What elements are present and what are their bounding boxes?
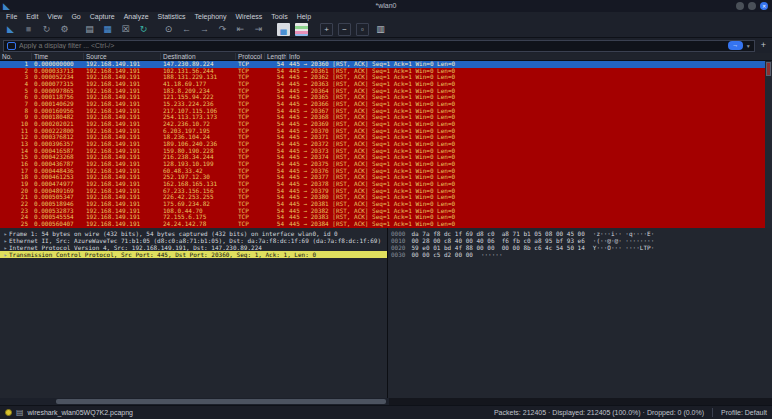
cell-protocol: TCP bbox=[236, 74, 265, 81]
find-packet-icon[interactable]: ⊙ bbox=[162, 23, 175, 36]
menu-file[interactable]: File bbox=[6, 12, 17, 21]
go-back-icon[interactable]: ← bbox=[180, 23, 193, 36]
cell-protocol: TCP bbox=[236, 188, 265, 195]
packet-row[interactable]: 210.000505347192.168.149.191226.42.253.2… bbox=[0, 194, 765, 201]
packet-row[interactable]: 70.000140629192.168.149.19115.233.224.23… bbox=[0, 101, 765, 108]
cell-destination: 162.168.165.131 bbox=[161, 181, 236, 188]
colorize-icon[interactable] bbox=[295, 23, 308, 36]
zoom-100-icon[interactable]: ▫ bbox=[356, 23, 369, 36]
packet-row[interactable]: 10.000000000192.168.149.191147.230.89.22… bbox=[0, 61, 765, 68]
stop-capture-icon[interactable]: ■ bbox=[22, 23, 35, 36]
cell-length: 54 bbox=[265, 174, 287, 181]
scrollbar-thumb[interactable] bbox=[766, 62, 771, 76]
minimize-button[interactable] bbox=[736, 2, 744, 10]
capture-comment-icon[interactable]: ▤ bbox=[16, 406, 24, 419]
start-capture-icon[interactable]: ◣ bbox=[4, 23, 17, 36]
hex-row[interactable]: 003000 00 c5 d2 00 00······ bbox=[388, 251, 772, 258]
hex-row[interactable]: 0000da 7a f8 dc 1f 69 d8 c0 a8 71 b1 05 … bbox=[388, 230, 772, 237]
add-filter-button[interactable] bbox=[758, 39, 769, 52]
hex-row[interactable]: 001000 28 00 c8 40 00 40 06 f6 fb c0 a8 … bbox=[388, 237, 772, 244]
detail-line[interactable]: Transmission Control Protocol, Src Port:… bbox=[0, 251, 387, 258]
restart-capture-icon[interactable]: ↻ bbox=[40, 23, 53, 36]
col-header-no[interactable]: No. bbox=[0, 53, 32, 60]
expand-arrow-icon[interactable] bbox=[2, 230, 9, 237]
auto-scroll-icon[interactable]: ▄ bbox=[277, 23, 290, 36]
col-header-protocol[interactable]: Protocol bbox=[236, 53, 265, 60]
cell-no: 11 bbox=[0, 128, 32, 135]
menu-analyze[interactable]: Analyze bbox=[124, 12, 149, 21]
capture-options-icon[interactable]: ⚙ bbox=[58, 23, 71, 36]
expert-info-icon[interactable] bbox=[5, 409, 12, 416]
go-last-packet-icon[interactable]: ⇥ bbox=[252, 23, 265, 36]
apply-filter-button[interactable] bbox=[728, 41, 743, 50]
packet-row[interactable]: 140.000416587192.168.149.191159.80.190.2… bbox=[0, 148, 765, 155]
go-to-packet-icon[interactable]: ↷ bbox=[216, 23, 229, 36]
cell-length: 54 bbox=[265, 221, 287, 228]
col-header-source[interactable]: Source bbox=[84, 53, 161, 60]
packet-row[interactable]: 130.000396357192.168.149.191189.106.240.… bbox=[0, 141, 765, 148]
expand-arrow-icon[interactable] bbox=[2, 244, 9, 251]
detail-line[interactable]: Frame 1: 54 bytes on wire (432 bits), 54… bbox=[0, 230, 387, 237]
open-file-icon[interactable]: ▤ bbox=[83, 23, 96, 36]
zoom-out-icon[interactable]: − bbox=[338, 23, 351, 36]
save-file-icon[interactable]: ▦ bbox=[101, 23, 114, 36]
packet-row[interactable]: 110.000222800192.168.149.1916.203.197.19… bbox=[0, 128, 765, 135]
menu-capture[interactable]: Capture bbox=[90, 12, 115, 21]
menu-tools[interactable]: Tools bbox=[271, 12, 287, 21]
cell-time: 0.000160956 bbox=[32, 108, 84, 115]
resize-columns-icon[interactable]: ▥ bbox=[374, 23, 387, 36]
profile-label[interactable]: Profile: Default bbox=[721, 409, 767, 416]
menu-view[interactable]: View bbox=[47, 12, 62, 21]
filter-bookmark-icon[interactable] bbox=[7, 42, 16, 50]
col-header-time[interactable]: Time bbox=[32, 53, 84, 60]
menu-edit[interactable]: Edit bbox=[26, 12, 38, 21]
expand-arrow-icon[interactable] bbox=[2, 251, 9, 258]
packet-row[interactable]: 240.000545554192.168.149.19172.155.6.175… bbox=[0, 214, 765, 221]
packet-row[interactable]: 80.000160956192.168.149.191217.107.115.1… bbox=[0, 108, 765, 115]
display-filter-input[interactable] bbox=[19, 42, 725, 49]
packet-row[interactable]: 40.000077315192.168.149.19141.18.69.177T… bbox=[0, 81, 765, 88]
col-header-length[interactable]: Length bbox=[265, 53, 287, 60]
hex-row[interactable]: 002059 e0 01 bd 4f 88 00 00 00 00 8b c6 … bbox=[388, 244, 772, 251]
display-filter-field[interactable] bbox=[3, 40, 755, 52]
packet-row[interactable]: 190.000474977192.168.149.191162.168.165.… bbox=[0, 181, 765, 188]
detail-line[interactable]: Ethernet II, Src: AzureWaveTec_71:b1:05 … bbox=[0, 237, 387, 244]
col-header-destination[interactable]: Destination bbox=[161, 53, 236, 60]
expand-arrow-icon[interactable] bbox=[2, 237, 9, 244]
menu-help[interactable]: Help bbox=[297, 12, 311, 21]
menu-wireless[interactable]: Wireless bbox=[235, 12, 262, 21]
packet-row[interactable]: 60.000118756192.168.149.191121.155.94.22… bbox=[0, 94, 765, 101]
packet-row[interactable]: 30.000052234192.168.149.191188.131.229.1… bbox=[0, 74, 765, 81]
packet-list-scrollbar[interactable] bbox=[765, 61, 772, 228]
go-first-packet-icon[interactable]: ⇤ bbox=[234, 23, 247, 36]
packet-row[interactable]: 170.000448436192.168.149.19160.48.33.42T… bbox=[0, 168, 765, 175]
zoom-in-icon[interactable]: + bbox=[320, 23, 333, 36]
packet-row[interactable]: 20.000033713192.168.149.191102.131.56.24… bbox=[0, 68, 765, 75]
menu-go[interactable]: Go bbox=[71, 12, 80, 21]
packet-row[interactable]: 250.000560407192.168.149.19124.24.142.78… bbox=[0, 221, 765, 228]
close-button[interactable] bbox=[760, 2, 768, 10]
packet-row[interactable]: 50.000097865192.168.149.191183.8.209.234… bbox=[0, 88, 765, 95]
detail-line[interactable]: Internet Protocol Version 4, Src: 192.16… bbox=[0, 244, 387, 251]
packet-row[interactable]: 200.000489169192.168.149.19167.233.156.1… bbox=[0, 188, 765, 195]
packet-row[interactable]: 180.000461253192.168.149.191252.197.12.3… bbox=[0, 174, 765, 181]
packet-row[interactable]: 160.000436787192.168.149.191128.193.10.1… bbox=[0, 161, 765, 168]
cell-destination: 60.48.33.42 bbox=[161, 168, 236, 175]
packet-row[interactable]: 90.000180482192.168.149.191254.113.173.1… bbox=[0, 114, 765, 121]
go-forward-icon[interactable]: → bbox=[198, 23, 211, 36]
details-hscrollbar-thumb[interactable] bbox=[56, 399, 386, 404]
packet-row[interactable]: 220.000518946192.168.149.191175.69.234.8… bbox=[0, 201, 765, 208]
maximize-button[interactable] bbox=[748, 2, 756, 10]
packet-row[interactable]: 150.000423268192.168.149.191216.238.34.2… bbox=[0, 154, 765, 161]
col-header-info[interactable]: Info bbox=[287, 53, 772, 60]
close-file-icon[interactable]: ☒ bbox=[119, 23, 132, 36]
filter-dropdown-caret-icon[interactable] bbox=[746, 43, 751, 49]
packet-row[interactable]: 230.000532873192.168.149.191108.0.44.70T… bbox=[0, 208, 765, 215]
menu-telephony[interactable]: Telephony bbox=[195, 12, 227, 21]
packet-row[interactable]: 100.000202021192.168.149.191242.236.10.7… bbox=[0, 121, 765, 128]
menu-statistics[interactable]: Statistics bbox=[158, 12, 186, 21]
packet-row[interactable]: 120.000376812192.168.149.19118.236.104.2… bbox=[0, 134, 765, 141]
cell-source: 192.168.149.191 bbox=[84, 141, 161, 148]
reload-icon[interactable]: ↻ bbox=[137, 23, 150, 36]
details-hscrollbar[interactable] bbox=[0, 398, 389, 405]
